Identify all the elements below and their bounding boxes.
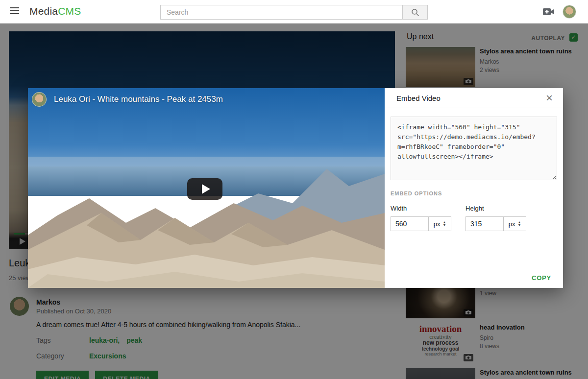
unit-label: px (509, 220, 515, 228)
embed-options-panel: Embed Video × <iframe width="560" height… (385, 88, 563, 288)
search-button[interactable] (403, 5, 428, 20)
height-label: Height (466, 205, 526, 212)
height-unit-select[interactable]: px ▲▼ (503, 216, 526, 231)
play-icon (202, 184, 210, 194)
width-unit-select[interactable]: px ▲▼ (428, 216, 451, 231)
preview-video-title: Leuka Ori - White mountains - Peak at 24… (54, 95, 223, 104)
mediacms-logo[interactable]: MediaCMS (29, 5, 81, 17)
unit-label: px (434, 220, 441, 228)
embed-options-label: EMBED OPTIONS (391, 190, 557, 196)
width-label: Width (391, 205, 451, 212)
close-icon[interactable]: × (543, 91, 556, 105)
embed-video-modal: Leuka Ori - White mountains - Peak at 24… (28, 88, 563, 288)
search-input[interactable] (160, 5, 403, 20)
menu-icon[interactable] (10, 7, 19, 15)
search-icon (411, 8, 419, 17)
copy-button[interactable]: COPY (532, 274, 551, 282)
upload-media-icon[interactable] (543, 7, 555, 16)
preview-channel-avatar[interactable] (32, 92, 47, 107)
user-avatar[interactable] (563, 5, 576, 19)
preview-play-button[interactable] (187, 178, 222, 200)
top-header: MediaCMS (0, 0, 588, 24)
embed-preview-player[interactable]: Leuka Ori - White mountains - Peak at 24… (28, 88, 385, 288)
embed-code-textarea[interactable]: <iframe width="560" height="315" src="ht… (391, 117, 557, 180)
height-input[interactable] (466, 216, 504, 231)
modal-title: Embed Video (396, 88, 441, 108)
width-input[interactable] (391, 216, 429, 231)
spinner-icon: ▲▼ (517, 221, 521, 227)
spinner-icon: ▲▼ (442, 221, 446, 227)
